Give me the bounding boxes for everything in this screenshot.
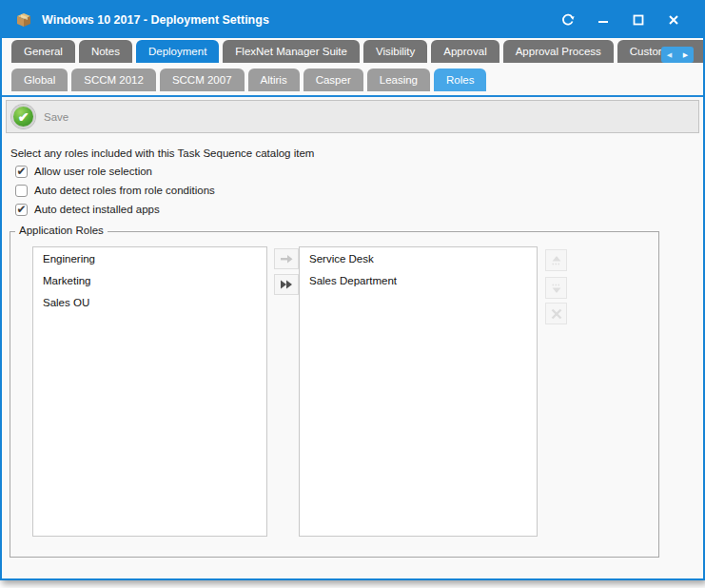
deployment-settings-window: Windows 10 2017 - Deployment Settings [0, 0, 705, 580]
tab-sccm-2007[interactable]: SCCM 2007 [160, 69, 245, 91]
minimize-icon[interactable] [593, 10, 614, 30]
titlebar: Windows 10 2017 - Deployment Settings [2, 2, 703, 38]
tab-strip-underline [2, 95, 703, 97]
double-arrow-right-icon [279, 278, 294, 291]
window-controls [558, 10, 684, 30]
tab-approval-process[interactable]: Approval Process [503, 40, 614, 63]
instruction-text: Select any roles included with this Task… [10, 147, 703, 159]
assigned-roles-list[interactable]: Service DeskSales Department [299, 246, 538, 537]
save-button-label: Save [44, 111, 69, 123]
move-down-button[interactable] [545, 277, 567, 299]
checkbox-auto-detect-installed-apps[interactable]: ✔ Auto detect installed apps [15, 200, 703, 219]
checkbox-label: Auto detect installed apps [34, 204, 160, 215]
tab-general[interactable]: General [11, 40, 75, 63]
tab-sccm-2012[interactable]: SCCM 2012 [71, 69, 156, 91]
groupbox-legend: Application Roles [15, 225, 108, 236]
package-icon [15, 11, 32, 29]
save-check-icon: ✔ [11, 105, 35, 128]
checkbox-box: ✔ [15, 204, 28, 216]
application-roles-groupbox: Application Roles EngineringMarketingSal… [10, 231, 659, 558]
checkbox-box [15, 185, 28, 197]
list-item[interactable]: Marketing [33, 269, 266, 291]
list-item[interactable]: Sales Department [300, 269, 537, 291]
arrow-right-icon [279, 252, 294, 265]
tab-deployment[interactable]: Deployment [136, 40, 219, 63]
tab-leasing[interactable]: Leasing [367, 69, 430, 91]
save-button[interactable]: ✔ Save [11, 105, 69, 128]
tab-notes[interactable]: Notes [79, 40, 132, 63]
checkbox-label: Auto detect roles from role conditions [34, 185, 215, 196]
tab-casper[interactable]: Casper [304, 69, 363, 91]
remove-role-button[interactable] [545, 303, 567, 324]
tab-visibility[interactable]: Visibility [363, 40, 427, 63]
window-title: Windows 10 2017 - Deployment Settings [42, 13, 558, 27]
primary-tab-strip: General Notes Deployment FlexNet Manager… [2, 40, 703, 63]
available-roles-list[interactable]: EngineringMarketingSales OU [32, 246, 267, 537]
checkbox-allow-user-role-selection[interactable]: ✔ Allow user role selection [15, 162, 703, 181]
toolbar: ✔ Save [6, 100, 699, 133]
refresh-icon[interactable] [558, 10, 578, 30]
checkbox-label: Allow user role selection [34, 166, 152, 177]
list-item[interactable]: Service Desk [300, 247, 537, 269]
move-selected-right-button[interactable] [274, 248, 299, 269]
tab-approval[interactable]: Approval [431, 40, 499, 63]
arrow-up-icon [549, 253, 564, 268]
arrow-down-icon [549, 281, 564, 296]
checkbox-box: ✔ [15, 166, 28, 178]
tab-scroll-control: ◀ ▶ [661, 47, 694, 63]
checkbox-auto-detect-roles-from-role-conditions[interactable]: Auto detect roles from role conditions [15, 181, 703, 200]
tab-flexnet-manager-suite[interactable]: FlexNet Manager Suite [223, 40, 360, 63]
tab-global[interactable]: Global [11, 69, 68, 91]
maximize-icon[interactable] [628, 10, 649, 30]
list-item[interactable]: Sales OU [33, 291, 266, 313]
tab-scroll-left-icon[interactable]: ◀ [667, 51, 672, 58]
delete-x-icon [549, 306, 564, 322]
tab-scroll-right-icon[interactable]: ▶ [683, 51, 688, 58]
tab-altiris[interactable]: Altiris [248, 69, 300, 91]
secondary-tab-strip: Global SCCM 2012 SCCM 2007 Altiris Caspe… [2, 69, 703, 91]
close-icon[interactable] [663, 10, 684, 30]
tab-roles[interactable]: Roles [434, 69, 486, 91]
list-item[interactable]: Enginering [33, 247, 266, 269]
move-all-right-button[interactable] [274, 274, 299, 295]
move-up-button[interactable] [545, 249, 567, 271]
